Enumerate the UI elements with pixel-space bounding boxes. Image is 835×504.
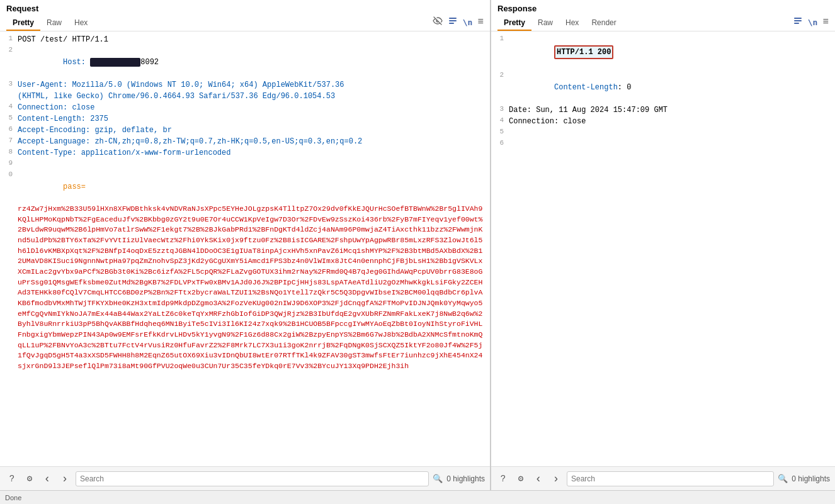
tab-pretty-response[interactable]: Pretty bbox=[497, 16, 531, 31]
menu-request-icon[interactable]: ≡ bbox=[477, 16, 484, 28]
request-panel: Request Pretty Raw Hex bbox=[0, 0, 491, 490]
tab-hex-response[interactable]: Hex bbox=[559, 16, 585, 31]
tab-raw-request[interactable]: Raw bbox=[40, 16, 68, 31]
search-icon-request[interactable]: 🔍 bbox=[433, 474, 443, 484]
response-line-2: 2 Content-Length: 0 bbox=[491, 70, 835, 104]
request-line-5: 5 Content-Length: 2375 bbox=[0, 113, 490, 125]
forward-button-request[interactable]: › bbox=[58, 472, 72, 486]
eye-off-icon[interactable] bbox=[433, 16, 443, 28]
help-button-request[interactable]: ? bbox=[5, 472, 19, 486]
svg-rect-3 bbox=[794, 18, 802, 19]
response-header: Response Pretty Raw Hex Render bbox=[491, 0, 835, 31]
response-panel: Response Pretty Raw Hex Render bbox=[491, 0, 835, 490]
svg-rect-2 bbox=[449, 23, 454, 24]
svg-rect-4 bbox=[794, 20, 802, 21]
response-line-6: 6 bbox=[491, 138, 835, 150]
request-line-8: 8 Content-Type: application/x-www-form-u… bbox=[0, 147, 490, 159]
highlights-count-response: 0 highlights bbox=[792, 474, 830, 483]
response-tab-icons: \n ≡ bbox=[793, 16, 829, 31]
body-icon[interactable] bbox=[448, 16, 458, 28]
request-line-3: 3 User-Agent: Mozilla/5.0 (Windows NT 10… bbox=[0, 79, 490, 102]
back-button-response[interactable]: ‹ bbox=[531, 472, 545, 486]
request-content: 1 POST /test/ HTTP/1.1 2 Host: 8092 3 Us… bbox=[0, 31, 490, 466]
request-toolbar: ? ⚙ ‹ › 🔍 0 highlights bbox=[0, 466, 490, 490]
search-input-response[interactable] bbox=[567, 471, 774, 486]
request-tab-icons: \n ≡ bbox=[433, 16, 484, 31]
status-text: Done bbox=[5, 494, 21, 501]
body-response-icon[interactable] bbox=[793, 16, 803, 28]
request-line-1: 1 POST /test/ HTTP/1.1 bbox=[0, 34, 490, 45]
svg-rect-5 bbox=[794, 23, 799, 24]
request-line-4: 4 Connection: close bbox=[0, 102, 490, 113]
request-line-9: 9 bbox=[0, 159, 490, 170]
response-content: 1 HTTP/1.1 200 2 Content-Length: 0 3 Dat… bbox=[491, 31, 835, 466]
response-toolbar: ? ⚙ ‹ › 🔍 0 highlights bbox=[491, 466, 835, 490]
settings-button-request[interactable]: ⚙ bbox=[23, 472, 37, 486]
forward-button-response[interactable]: › bbox=[549, 472, 563, 486]
search-icon-response[interactable]: 🔍 bbox=[778, 474, 788, 484]
status-bar: Done bbox=[0, 490, 835, 504]
request-line-7: 7 Accept-Language: zh-CN,zh;q=0.8,zh-TW;… bbox=[0, 136, 490, 147]
tab-pretty-request[interactable]: Pretty bbox=[6, 16, 40, 31]
svg-rect-0 bbox=[449, 18, 457, 19]
response-tabs: Pretty Raw Hex Render bbox=[497, 16, 623, 31]
back-button-request[interactable]: ‹ bbox=[40, 472, 54, 486]
response-line-3: 3 Date: Sun, 11 Aug 2024 15:47:09 GMT bbox=[491, 104, 835, 116]
request-title: Request bbox=[6, 4, 484, 13]
response-title: Response bbox=[497, 4, 829, 13]
tab-render-response[interactable]: Render bbox=[585, 16, 622, 31]
status-highlight: HTTP/1.1 200 bbox=[554, 45, 613, 59]
request-line-6: 6 Accept-Encoding: gzip, deflate, br bbox=[0, 125, 490, 136]
svg-rect-1 bbox=[449, 20, 457, 21]
tab-hex-request[interactable]: Hex bbox=[68, 16, 94, 31]
search-input-request[interactable] bbox=[76, 471, 429, 486]
request-line-2: 2 Host: 8092 bbox=[0, 45, 490, 79]
response-line-1: 1 HTTP/1.1 200 bbox=[491, 34, 835, 70]
help-button-response[interactable]: ? bbox=[496, 472, 510, 486]
menu-response-icon[interactable]: ≡ bbox=[822, 16, 829, 28]
response-line-5: 5 bbox=[491, 127, 835, 138]
response-line-4: 4 Connection: close bbox=[491, 116, 835, 127]
request-long-value: rz4Zw7jHxm%2B33U59lHXn8XFWDBthksk4vNDVRa… bbox=[0, 204, 490, 372]
request-tabs: Pretty Raw Hex bbox=[6, 16, 94, 31]
settings-button-response[interactable]: ⚙ bbox=[514, 472, 528, 486]
request-header: Request Pretty Raw Hex bbox=[0, 0, 490, 31]
request-line-0: 0 pass= bbox=[0, 170, 490, 204]
newline-response-icon[interactable]: \n bbox=[808, 18, 818, 27]
tab-raw-response[interactable]: Raw bbox=[531, 16, 559, 31]
newline-request-icon[interactable]: \n bbox=[463, 18, 473, 27]
highlights-count-request: 0 highlights bbox=[446, 474, 485, 483]
